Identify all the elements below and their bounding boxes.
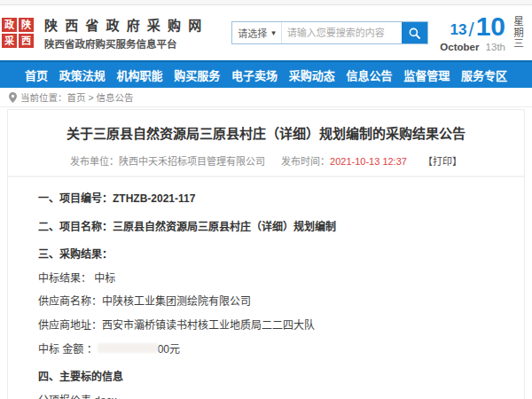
search-category-select[interactable]: 请选择 ▾ xyxy=(232,22,282,43)
page-title: 关于三原县自然资源局三原县村庄（详细）规划编制的采购结果公告 xyxy=(8,123,524,142)
nav-item-supervision[interactable]: 监督管理 xyxy=(403,66,450,83)
site-title: 陕 西 省 政 府 采 购 网 xyxy=(44,15,203,34)
date-ordinal: 13th xyxy=(486,42,505,52)
nav-item-policy[interactable]: 政策法规 xyxy=(59,66,106,83)
bid-result-line: 中标结果： 中标 xyxy=(38,267,494,291)
nav-item-info-notice[interactable]: 信息公告 xyxy=(346,66,392,83)
logo-char-tl: 政 xyxy=(2,18,17,32)
site-header: 政 陕 采 西 陕 西 省 政 府 采 购 网 陕西省政府购买服务信息平台 请选… xyxy=(0,5,532,60)
search-input[interactable] xyxy=(282,22,402,43)
bid-amount-line: 中标 金额 ：00元 xyxy=(38,338,494,362)
attachment-link[interactable]: 分项报价表.docx xyxy=(38,389,494,399)
breadcrumb-label: 当前位置： xyxy=(20,90,67,104)
nav-item-service-zone[interactable]: 服务专区 xyxy=(461,66,507,83)
search-button[interactable] xyxy=(402,22,427,43)
publisher-value: 陕西中天禾招标项目管理有限公司 xyxy=(119,156,265,167)
publish-time-label: 发布时间： xyxy=(281,156,330,167)
bid-amount-label: 中标 金额 ： xyxy=(38,343,98,356)
location-pin-icon xyxy=(9,92,17,103)
breadcrumb: 当前位置： 首页 > 信息公告 xyxy=(0,88,532,107)
section-procurement-result: 三、采购结果： xyxy=(38,239,494,267)
section-main-subject-info: 四、主要标的信息 xyxy=(38,361,494,389)
section-project-number: 一、项目编号：ZTHZB-2021-117 xyxy=(38,183,494,211)
bid-amount-suffix: 00元 xyxy=(158,343,180,356)
logo-char-bl: 采 xyxy=(2,34,17,48)
search-icon xyxy=(409,27,420,39)
supplier-name-line: 供应商名称：中陕核工业集团测绘院有限公司 xyxy=(38,290,494,314)
supplier-address-line: 供应商地址：西安市灞桥镇读书村核工业地质局二二四大队 xyxy=(38,314,494,338)
logo-char-tr: 陕 xyxy=(19,18,34,32)
publish-time-value: 2021-10-13 12:37 xyxy=(330,156,407,167)
logo-char-br: 西 xyxy=(19,34,34,48)
caret-down-icon: ▾ xyxy=(271,28,276,37)
date-month-name: October xyxy=(440,42,479,52)
nav-item-org-functions[interactable]: 机构职能 xyxy=(116,66,162,83)
article-panel: 关于三原县自然资源局三原县村庄（详细）规划编制的采购结果公告 发布单位：陕西中天… xyxy=(7,109,525,399)
date-main: 13 / 10 October 13th xyxy=(440,13,505,52)
print-button[interactable]: 【打印】 xyxy=(423,156,462,167)
search-category-label: 请选择 xyxy=(238,26,267,40)
site-subtitle: 陕西省政府购买服务信息平台 xyxy=(44,36,203,51)
date-block: 13 / 10 October 13th 星期三 xyxy=(440,13,527,52)
date-month-number: 10 xyxy=(476,13,505,40)
redacted-amount xyxy=(98,343,158,353)
date-day: 13 xyxy=(450,22,467,40)
nav-item-purchase-service[interactable]: 购买服务 xyxy=(174,66,220,83)
site-logo: 政 陕 采 西 xyxy=(2,18,34,48)
breadcrumb-path[interactable]: 首页 > 信息公告 xyxy=(67,90,134,104)
section-project-name: 二、项目名称：三原县自然资源局三原县村庄（详细）规划编制 xyxy=(38,211,494,239)
article-meta: 发布单位：陕西中天禾招标项目管理有限公司发布时间：2021-10-13 12:3… xyxy=(8,153,524,177)
nav-item-e-marketplace[interactable]: 电子卖场 xyxy=(231,66,278,83)
publisher-label: 发布单位： xyxy=(70,156,119,167)
nav-item-procurement-news[interactable]: 采购动态 xyxy=(289,66,335,83)
date-weekday: 星期三 xyxy=(512,16,525,50)
search-bar: 请选择 ▾ xyxy=(231,21,428,44)
site-titles: 陕 西 省 政 府 采 购 网 陕西省政府购买服务信息平台 xyxy=(44,15,203,51)
date-separator: / xyxy=(469,20,474,40)
nav-item-home[interactable]: 首页 xyxy=(25,66,48,83)
article-body: 一、项目编号：ZTHZB-2021-117 二、项目名称：三原县自然资源局三原县… xyxy=(8,177,524,399)
main-nav: 首页 政策法规 机构职能 购买服务 电子卖场 采购动态 信息公告 监督管理 服务… xyxy=(0,60,532,88)
